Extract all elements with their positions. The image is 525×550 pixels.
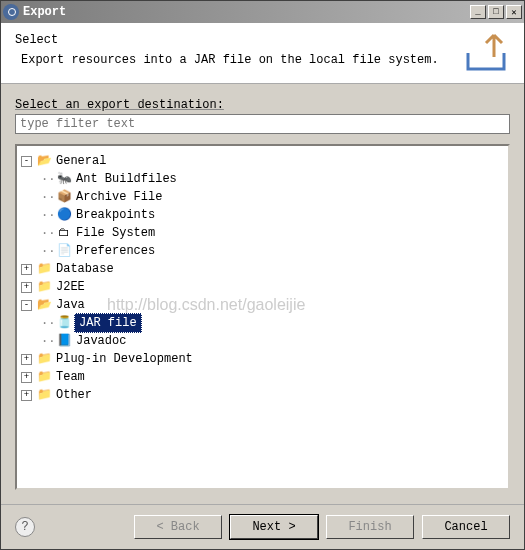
content-area: Select an export destination: http://blo… [1, 84, 524, 504]
destination-label: Select an export destination: [15, 98, 510, 112]
tree-node-label[interactable]: File System [74, 224, 157, 242]
titlebar: Export _ □ ✕ [1, 1, 524, 23]
tree-node-label[interactable]: Database [54, 260, 116, 278]
tree-node[interactable]: +📁Team [21, 368, 504, 386]
app-icon [3, 4, 19, 20]
breakpoint-icon: 🔵 [56, 207, 72, 223]
tree-node-label[interactable]: Archive File [74, 188, 164, 206]
tree-node-label[interactable]: JAR file [74, 313, 142, 333]
close-button[interactable]: ✕ [506, 5, 522, 19]
tree-node[interactable]: ··📘Javadoc [21, 332, 504, 350]
filter-input[interactable] [15, 114, 510, 134]
tree-node-label[interactable]: Other [54, 386, 94, 404]
header-pane: Select Export resources into a JAR file … [1, 23, 524, 84]
collapse-icon[interactable]: - [21, 156, 32, 167]
folder-open-icon: 📂 [36, 153, 52, 169]
jar-icon: 🫙 [56, 315, 72, 331]
header-description: Export resources into a JAR file on the … [15, 53, 452, 67]
folder-icon: 📁 [36, 387, 52, 403]
button-bar: ? < Back Next > Finish Cancel [1, 504, 524, 549]
maximize-button[interactable]: □ [488, 5, 504, 19]
tree-node-label[interactable]: Team [54, 368, 87, 386]
tree-node-label[interactable]: Javadoc [74, 332, 128, 350]
tree-node[interactable]: ··🐜Ant Buildfiles [21, 170, 504, 188]
tree-node-label[interactable]: Ant Buildfiles [74, 170, 179, 188]
tree-node[interactable]: ··🗀File System [21, 224, 504, 242]
finish-button[interactable]: Finish [326, 515, 414, 539]
expand-icon[interactable]: + [21, 390, 32, 401]
folder-icon: 📁 [36, 261, 52, 277]
expand-icon[interactable]: + [21, 282, 32, 293]
tree-node-label[interactable]: J2EE [54, 278, 87, 296]
tree-node[interactable]: +📁Plug-in Development [21, 350, 504, 368]
tree-node[interactable]: ··📦Archive File [21, 188, 504, 206]
tree-node-label[interactable]: Plug-in Development [54, 350, 195, 368]
tree-node-label[interactable]: Java [54, 296, 87, 314]
tree-node-label[interactable]: Preferences [74, 242, 157, 260]
archive-icon: 📦 [56, 189, 72, 205]
collapse-icon[interactable]: - [21, 300, 32, 311]
next-button[interactable]: Next > [230, 515, 318, 539]
header-title: Select [15, 33, 452, 47]
folder-icon: 📁 [36, 369, 52, 385]
window-buttons: _ □ ✕ [470, 5, 522, 19]
window-title: Export [23, 5, 470, 19]
export-dialog: Export _ □ ✕ Select Export resources int… [0, 0, 525, 550]
tree-node[interactable]: +📁Database [21, 260, 504, 278]
tree-node[interactable]: -📂Java [21, 296, 504, 314]
expand-icon[interactable]: + [21, 354, 32, 365]
expand-icon[interactable]: + [21, 372, 32, 383]
minimize-button[interactable]: _ [470, 5, 486, 19]
export-icon [462, 33, 510, 73]
back-button[interactable]: < Back [134, 515, 222, 539]
tree-node-label[interactable]: General [54, 152, 108, 170]
ant-icon: 🐜 [56, 171, 72, 187]
expand-icon[interactable]: + [21, 264, 32, 275]
tree-node[interactable]: -📂General [21, 152, 504, 170]
javadoc-icon: 📘 [56, 333, 72, 349]
cancel-button[interactable]: Cancel [422, 515, 510, 539]
folder-open-icon: 📂 [36, 297, 52, 313]
help-button[interactable]: ? [15, 517, 35, 537]
destination-tree[interactable]: -📂General··🐜Ant Buildfiles··📦Archive Fil… [21, 152, 504, 404]
filesystem-icon: 🗀 [56, 225, 72, 241]
tree-node[interactable]: +📁J2EE [21, 278, 504, 296]
folder-icon: 📁 [36, 279, 52, 295]
header-text: Select Export resources into a JAR file … [15, 33, 452, 67]
tree-container: http://blog.csdn.net/gaoleijie -📂General… [15, 144, 510, 490]
tree-node-label[interactable]: Breakpoints [74, 206, 157, 224]
tree-node[interactable]: ··🫙JAR file [21, 314, 504, 332]
preferences-icon: 📄 [56, 243, 72, 259]
folder-icon: 📁 [36, 351, 52, 367]
tree-node[interactable]: ··🔵Breakpoints [21, 206, 504, 224]
tree-node[interactable]: +📁Other [21, 386, 504, 404]
tree-node[interactable]: ··📄Preferences [21, 242, 504, 260]
